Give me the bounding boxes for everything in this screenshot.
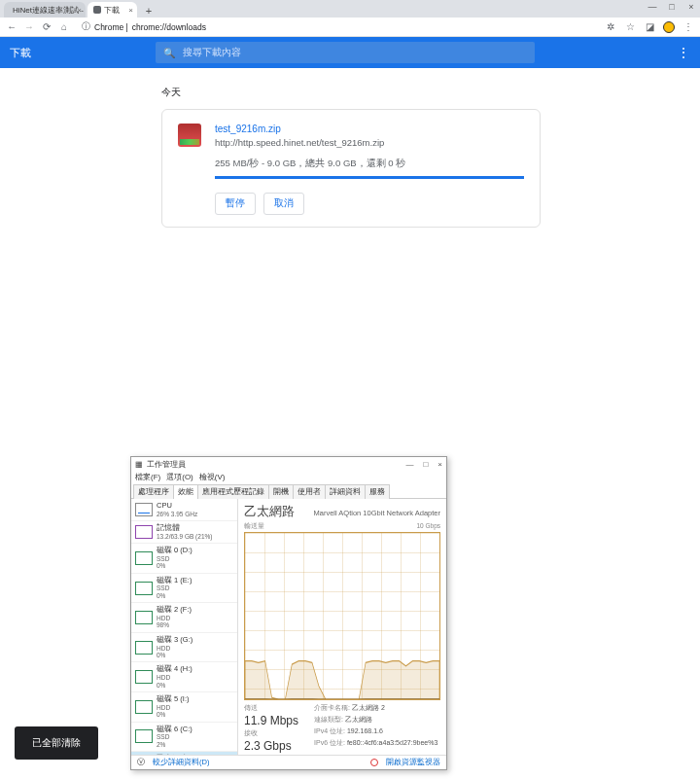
menu-item[interactable]: 檔案(F) (135, 472, 160, 482)
chart-scale-left: 輸送量 (244, 522, 264, 531)
sidebar-item-name: 磁碟 0 (D:) (157, 547, 192, 555)
sidebar-item-sub: SSD 0% (157, 584, 192, 599)
resource-monitor-link[interactable]: 開啟資源監視器 (386, 758, 440, 767)
disk-thumb-icon (135, 670, 153, 684)
sidebar-item[interactable]: 磁碟 6 (C:)SSD 2% (131, 723, 237, 753)
sidebar-item-sub: HDD 0% (157, 645, 192, 659)
taskmgr-statusbar: ⓥ 較少詳細資料(D) 開啟資源監視器 (131, 755, 446, 769)
download-url[interactable]: http://http.speed.hinet.net/test_9216m.z… (215, 137, 524, 148)
new-tab-button[interactable]: + (142, 4, 156, 18)
sidebar-item-name: CPU (157, 502, 197, 511)
tab-title: 下載 (104, 5, 120, 16)
window-maximize-icon[interactable]: □ (423, 460, 428, 469)
cancel-button[interactable]: 取消 (263, 193, 304, 215)
extensions-icon[interactable]: ✲ (605, 21, 616, 32)
sidebar-item[interactable]: CPU26% 3.95 GHz (131, 499, 237, 521)
fewer-details-link[interactable]: 較少詳細資料(D) (153, 758, 209, 767)
sidebar-item-sub: HDD 98% (157, 615, 192, 629)
download-filename[interactable]: test_9216m.zip (215, 124, 524, 134)
app-icon: ▦ (135, 460, 143, 469)
perf-title: 乙太網路 (244, 503, 295, 520)
downloads-menu-icon[interactable]: ⋮ (677, 45, 690, 60)
chart-scale-right: 10 Gbps (416, 522, 440, 531)
window-maximize-icon[interactable]: □ (667, 2, 677, 12)
window-minimize-icon[interactable]: — (405, 460, 413, 469)
window-close-icon[interactable]: × (438, 460, 442, 469)
sidebar-item-name: 磁碟 6 (C:) (157, 726, 192, 734)
sidebar-item-name: 磁碟 4 (H:) (157, 665, 192, 674)
mem-thumb-icon (135, 525, 153, 539)
sidebar-item-name: 磁碟 3 (G:) (157, 636, 192, 645)
sidebar-item[interactable]: 磁碟 2 (F:)HDD 98% (131, 603, 237, 633)
taskmgr-tab[interactable]: 開機 (268, 484, 294, 499)
taskmgr-title: 工作管理員 (147, 459, 405, 470)
sidebar-item-sub: SSD 0% (157, 555, 192, 570)
sidebar-item-name: 磁碟 5 (I:) (157, 695, 190, 704)
pause-button[interactable]: 暫停 (215, 193, 256, 215)
recv-label: 接收 (244, 728, 298, 738)
toast-message: 已全部清除 (15, 726, 98, 760)
send-value: 11.9 Mbps (244, 714, 298, 727)
download-progress-bar (215, 176, 524, 179)
reload-icon[interactable]: ⟳ (41, 21, 52, 32)
taskmgr-tab[interactable]: 詳細資料 (325, 484, 366, 499)
forward-icon: → (23, 21, 35, 32)
disk-thumb-icon (135, 551, 153, 565)
sidebar-item-name: 記憶體 (157, 524, 212, 533)
browser-tab-hinet[interactable]: HiNet連線速率測試 - HiNet測… × (4, 2, 86, 18)
window-close-icon[interactable]: × (686, 2, 696, 12)
disk-thumb-icon (135, 729, 153, 743)
sidebar-item[interactable]: 磁碟 5 (I:)HDD 0% (131, 692, 237, 723)
taskmgr-tab[interactable]: 服務 (365, 484, 390, 499)
taskmgr-tab[interactable]: 效能 (173, 484, 198, 499)
file-icon (178, 124, 201, 147)
window-titlebar: HiNet連線速率測試 - HiNet測… × 下載 × + — □ × (0, 0, 700, 18)
downloads-body: 今天 test_9216m.zip http://http.speed.hine… (0, 68, 700, 228)
extension-icon[interactable]: ◪ (644, 21, 655, 32)
search-placeholder: 搜尋下載內容 (183, 46, 241, 59)
chevron-up-icon[interactable]: ⓥ (137, 758, 145, 767)
sidebar-item[interactable]: 磁碟 0 (D:)SSD 0% (131, 544, 237, 574)
taskmgr-tab[interactable]: 應用程式歷程記錄 (197, 484, 269, 499)
downloads-header: 下載 🔍 搜尋下載內容 ⋮ (0, 37, 700, 68)
search-icon: 🔍 (163, 48, 175, 58)
download-progress-text: 255 MB/秒 - 9.0 GB，總共 9.0 GB，還剩 0 秒 (215, 158, 524, 170)
taskmgr-tab[interactable]: 使用者 (293, 484, 326, 499)
home-icon[interactable]: ⌂ (58, 21, 70, 32)
bookmark-icon[interactable]: ☆ (624, 21, 636, 32)
back-icon[interactable]: ← (6, 21, 18, 32)
profile-avatar[interactable] (663, 21, 675, 33)
disk-thumb-icon (135, 641, 153, 655)
address-bar[interactable]: ⓘ Chrome | chrome://downloads (76, 19, 599, 35)
cpu-thumb-icon (135, 503, 153, 516)
throughput-chart (244, 532, 440, 700)
recv-value: 2.3 Gbps (244, 739, 298, 753)
taskmgr-menubar[interactable]: 檔案(F)選項(O)檢視(V) (131, 471, 446, 483)
close-icon[interactable]: × (128, 6, 133, 15)
taskmgr-sidebar[interactable]: CPU26% 3.95 GHz記憶體13.2/63.9 GB (21%)磁碟 0… (131, 499, 238, 755)
sidebar-item[interactable]: 磁碟 4 (H:)HDD 0% (131, 662, 237, 692)
task-manager-window[interactable]: ▦ 工作管理員 — □ × 檔案(F)選項(O)檢視(V) 處理程序效能應用程式… (130, 456, 447, 770)
sidebar-item-sub: 26% 3.95 GHz (157, 511, 197, 517)
favicon-downloads (93, 6, 101, 14)
disk-thumb-icon (135, 582, 153, 595)
sidebar-item-sub: HDD 0% (157, 674, 192, 689)
window-minimize-icon[interactable]: — (648, 2, 657, 12)
taskmgr-tabs: 處理程序效能應用程式歷程記錄開機使用者詳細資料服務 (131, 483, 446, 499)
downloads-search[interactable]: 🔍 搜尋下載內容 (156, 42, 535, 63)
site-info-icon[interactable]: ⓘ (82, 21, 90, 33)
menu-icon[interactable]: ⋮ (682, 21, 694, 32)
taskmgr-titlebar[interactable]: ▦ 工作管理員 — □ × (131, 457, 446, 471)
sidebar-item-name: 磁碟 1 (E:) (157, 577, 192, 585)
menu-item[interactable]: 選項(O) (166, 472, 193, 482)
taskmgr-main: 乙太網路 Marvell AQtion 10Gbit Network Adapt… (238, 499, 446, 755)
disk-thumb-icon (135, 700, 153, 714)
taskmgr-tab[interactable]: 處理程序 (133, 484, 174, 499)
menu-item[interactable]: 檢視(V) (199, 472, 226, 482)
sidebar-item[interactable]: 記憶體13.2/63.9 GB (21%) (131, 521, 237, 544)
sidebar-item[interactable]: 磁碟 1 (E:)SSD 0% (131, 574, 237, 604)
downloads-day-label: 今天 (161, 86, 700, 99)
sidebar-item[interactable]: 磁碟 3 (G:)HDD 0% (131, 633, 237, 663)
browser-tab-downloads[interactable]: 下載 × (88, 2, 137, 18)
close-icon[interactable]: × (77, 6, 82, 15)
